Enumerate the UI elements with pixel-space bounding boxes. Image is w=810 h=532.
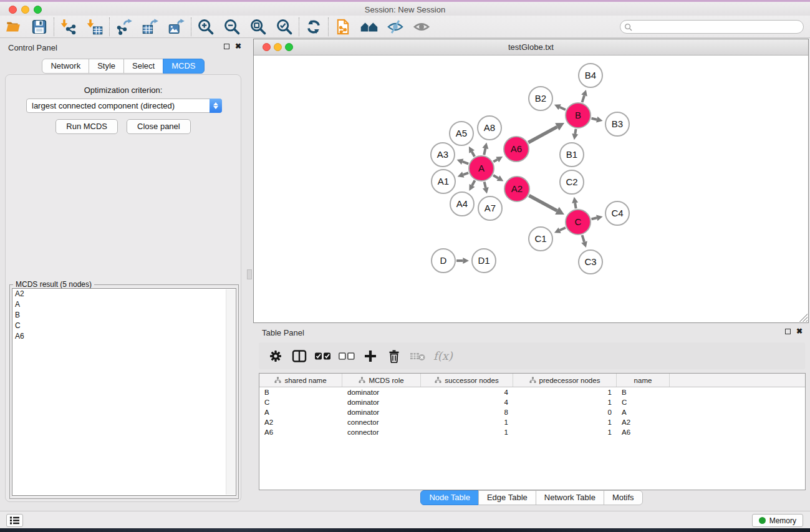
tab-motifs[interactable]: Motifs [604, 490, 643, 505]
graph-node-label: A7 [485, 203, 496, 213]
run-mcds-button[interactable]: Run MCDS [55, 119, 118, 134]
close-panel-button[interactable]: Close panel [127, 119, 191, 134]
export-table-button[interactable] [137, 17, 163, 37]
graph-edge-arrowhead [596, 215, 602, 221]
tab-style[interactable]: Style [89, 59, 124, 74]
graph-edge-A6-B[interactable] [528, 127, 557, 142]
network-graph[interactable]: B4B2BB3A8A5A6A3B1AA1C2A2A4A7C4CC1DD1C3 [254, 56, 808, 322]
graph-edge-A-A1[interactable] [463, 173, 468, 175]
zoom-selected-button[interactable] [271, 17, 297, 37]
import-network-button[interactable] [55, 17, 82, 37]
network-canvas[interactable]: B4B2BB3A8A5A6A3B1AA1C2A2A4A7C4CC1DD1C3 [254, 56, 808, 322]
export-image-button[interactable] [163, 17, 190, 37]
import-table-button[interactable] [82, 17, 108, 37]
export-network-button[interactable] [111, 17, 137, 37]
close-panel-icon[interactable]: ✖ [235, 43, 241, 50]
tab-node-table[interactable]: Node Table [420, 490, 479, 505]
refresh-view-button[interactable] [301, 17, 327, 37]
float-panel-icon[interactable] [785, 329, 791, 334]
control-panel-title: Control Panel [8, 43, 57, 52]
result-item[interactable]: A2 [12, 289, 236, 299]
graph-edge-A-A8[interactable] [484, 148, 485, 155]
graph-edge-B-B2[interactable] [560, 107, 566, 110]
graph-edge-C-C1[interactable] [560, 228, 566, 230]
table-row[interactable]: Bdominator41B [259, 387, 805, 397]
graph-edge-B-B4[interactable] [582, 95, 584, 102]
toolbar-separator [328, 17, 329, 36]
column-header-shared-name[interactable]: shared name [259, 374, 342, 387]
graph-edge-C-C3[interactable] [582, 235, 584, 242]
search-field[interactable] [620, 20, 804, 34]
graph-edge-arrowhead [483, 143, 489, 149]
delete-columns-button[interactable] [385, 347, 403, 365]
result-item[interactable]: A [12, 299, 236, 310]
graph-edge-B-B3[interactable] [591, 118, 597, 120]
memory-button[interactable]: Memory [752, 514, 803, 527]
table-row[interactable]: A6connector11A6 [259, 427, 805, 437]
split-pane-handle[interactable] [247, 269, 252, 279]
resize-grip[interactable] [799, 314, 808, 322]
split-view-button[interactable] [290, 347, 309, 365]
mcds-result-list[interactable]: A2ABCA6 [12, 288, 236, 496]
graph-edge-A-A5[interactable] [472, 152, 475, 157]
scrollbar-track[interactable] [226, 289, 235, 495]
column-type-icon [529, 377, 536, 384]
network-window-titlebar[interactable]: testGlobe.txt [254, 39, 808, 56]
result-item[interactable]: B [12, 310, 236, 321]
task-history-button[interactable] [6, 514, 23, 527]
graph-edge-A-A2[interactable] [493, 175, 498, 178]
tab-network-table[interactable]: Network Table [536, 490, 604, 505]
select-all-columns-button[interactable] [314, 347, 332, 365]
search-input[interactable] [635, 22, 803, 31]
deselect-all-columns-button[interactable] [337, 347, 356, 365]
show-details-button[interactable] [408, 17, 435, 37]
tab-network[interactable]: Network [42, 59, 89, 74]
network-document-button[interactable] [330, 17, 356, 37]
main-toolbar [0, 16, 810, 38]
table-row[interactable]: A2connector11A2 [259, 417, 805, 427]
column-header-predecessor-nodes[interactable]: predecessor nodes [513, 374, 617, 387]
close-panel-icon[interactable]: ✖ [796, 328, 803, 335]
graph-edge-B-B1[interactable] [575, 129, 576, 134]
table-panel-title: Table Panel [262, 328, 304, 337]
graph-edge-C-C2[interactable] [575, 203, 576, 208]
graph-edge-A-A4[interactable] [472, 180, 475, 185]
result-item[interactable]: A6 [12, 331, 236, 342]
column-type-icon [435, 377, 441, 384]
hide-details-button[interactable] [382, 17, 408, 37]
zoom-in-button[interactable] [193, 17, 219, 37]
control-panel-tabs: NetworkStyleSelectMCDS [0, 59, 246, 74]
result-item[interactable]: C [12, 321, 236, 331]
tab-select[interactable]: Select [123, 59, 163, 74]
table-row[interactable]: Cdominator41C [259, 397, 805, 407]
open-folder-icon [4, 19, 22, 35]
criterion-dropdown[interactable]: largest connected component (directed) [26, 99, 222, 113]
tab-edge-table[interactable]: Edge Table [478, 490, 536, 505]
graph-edge-A-A7[interactable] [485, 181, 486, 188]
zoom-out-button[interactable] [219, 17, 245, 37]
tab-mcds[interactable]: MCDS [163, 59, 204, 74]
save-session-button[interactable] [26, 17, 52, 37]
graph-edge-A-A3[interactable] [463, 162, 469, 163]
open-session-button[interactable] [0, 17, 26, 37]
float-panel-icon[interactable] [224, 44, 229, 49]
delete-table-button[interactable] [408, 347, 427, 365]
column-header-successor-nodes[interactable]: successor nodes [421, 374, 513, 387]
home-button[interactable] [356, 17, 382, 37]
table-cell: A2 [259, 418, 342, 426]
function-builder-button[interactable]: f(x) [433, 349, 453, 362]
graph-edge-A-A6[interactable] [493, 160, 497, 162]
column-header-label: MCDS role [369, 377, 403, 384]
graph-edge-C-C4[interactable] [591, 218, 597, 219]
graph-edge-A2-C[interactable] [529, 195, 557, 210]
zoom-fit-button[interactable] [245, 17, 271, 37]
network-document-icon [334, 18, 352, 36]
table-panel-header: Table Panel ✖ [253, 323, 810, 340]
table-cell: A [259, 409, 342, 416]
table-cell: 4 [421, 399, 513, 406]
add-column-button[interactable] [361, 347, 380, 365]
table-settings-button[interactable] [266, 347, 285, 365]
table-row[interactable]: Adominator80A [259, 407, 805, 417]
column-header-name[interactable]: name [617, 374, 670, 387]
column-header-MCDS-role[interactable]: MCDS role [342, 374, 421, 387]
